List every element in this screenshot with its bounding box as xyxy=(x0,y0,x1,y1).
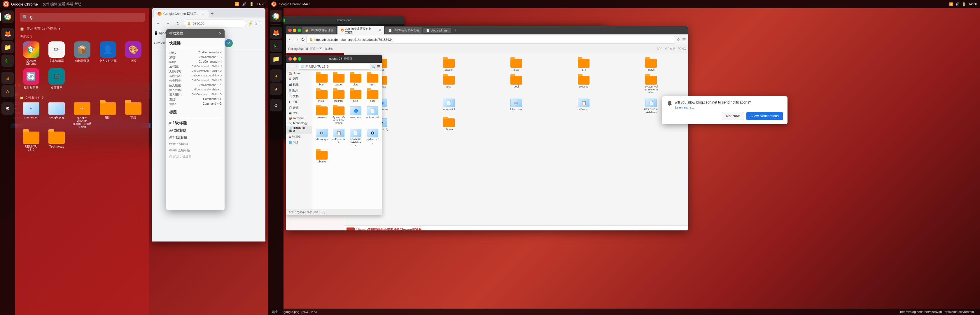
right-launcher-terminal[interactable]: $_ xyxy=(270,40,282,52)
fx-file-pool[interactable]: pool xyxy=(484,75,549,95)
fm-file-autorun-ico[interactable]: 🔷 autorun.ico xyxy=(348,105,363,126)
file-item-technology[interactable]: Technology xyxy=(46,132,68,151)
ubuntu-logo[interactable] xyxy=(3,1,10,7)
fm-nav-pictures[interactable]: 🖼 图片 xyxy=(286,88,312,93)
app-item-desktop[interactable]: 🖥 桌面共享 xyxy=(46,68,68,90)
fx-tab-4[interactable]: 📄 blog.csdn.net xyxy=(423,28,451,33)
fm-file-install[interactable]: install xyxy=(314,89,329,103)
fx-bm-getting-started[interactable]: Getting Started xyxy=(288,47,308,51)
back-button[interactable]: ← xyxy=(154,19,162,27)
chrome-tab-active[interactable]: Google Chrome 网络工... ✕ xyxy=(154,10,208,18)
user-avatar[interactable]: P xyxy=(224,39,233,47)
allow-notifications-button[interactable]: Allow Notifications xyxy=(746,112,783,120)
fx-bm-baidu[interactable]: 百度一下，你就知 xyxy=(310,47,333,51)
right-launcher-amazon1[interactable]: a xyxy=(270,69,282,82)
fm-nav-technology[interactable]: 🔧 Technology xyxy=(286,121,312,126)
fx-tab-3[interactable]: 📄 ubuntu五行命令安装 xyxy=(385,27,422,33)
fm-file-readme[interactable]: 📄 README.diskdefines xyxy=(348,127,363,148)
file-item-google-png-1[interactable]: G google.png xyxy=(20,102,43,129)
fx-file-sysvolinfo[interactable]: System Volume Information xyxy=(619,75,684,95)
fm-file-sysvolinfo[interactable]: System Volume Information xyxy=(331,105,346,126)
fm-address-bar[interactable]: 💿 图 UBUNTU 16_0 xyxy=(299,64,370,70)
launcher-icon-amazon2[interactable]: a xyxy=(2,85,14,97)
file-item-pics[interactable]: 图片 xyxy=(97,102,119,129)
fm-close-button[interactable] xyxy=(288,57,292,60)
address-bar[interactable]: 🔒 625/100 xyxy=(184,19,246,27)
fx-tab-close-2[interactable]: ✕ xyxy=(379,29,381,32)
fm-nav-software[interactable]: 📦 software xyxy=(286,116,312,121)
fm-min-button[interactable] xyxy=(293,57,297,60)
fx-file-casper[interactable]: casper xyxy=(416,58,481,72)
fm-file-boot[interactable]: boot xyxy=(314,73,329,87)
fm-nav-docs[interactable]: 📄 文档 xyxy=(286,93,312,99)
fm-nav-desktop[interactable]: 🖥 桌面 xyxy=(286,76,312,82)
app-item-archive[interactable]: 📦 归档管理器 xyxy=(71,41,94,65)
not-now-button[interactable]: Not Now xyxy=(722,112,744,120)
fm-nav-downloads[interactable]: ⬇ 下载 xyxy=(286,99,312,105)
launcher-icon-amazon[interactable]: a xyxy=(2,72,14,84)
app-item-appearance[interactable]: 🎨 外观 xyxy=(122,41,145,65)
notif-learn-more-link[interactable]: Learn more... xyxy=(675,106,694,109)
right-launcher-chrome[interactable] xyxy=(270,10,282,22)
right-launcher-firefox[interactable]: 🦊 xyxy=(270,27,282,39)
fx-file-autorun-inf[interactable]: 📄 autorun.inf xyxy=(416,97,481,115)
fx-file-pics[interactable]: pics xyxy=(416,75,481,95)
search-input[interactable] xyxy=(30,14,142,20)
fx-tab-1[interactable]: 📁 ubuntu文件管理器 xyxy=(302,27,336,33)
app-item-text[interactable]: ✏ 文本编辑器 xyxy=(46,41,68,65)
right-launcher-files[interactable]: 📁 xyxy=(270,53,282,65)
fx-address-bar[interactable]: 🔒 https://blog.csdn.net/chenyq91/article… xyxy=(307,36,675,43)
refresh-button[interactable]: ↻ xyxy=(174,19,182,27)
fx-file-preseed[interactable]: preseed xyxy=(551,75,616,95)
search-input-wrapper[interactable]: 🔍 xyxy=(20,13,145,22)
help-close-button[interactable]: ✕ xyxy=(219,32,222,36)
firefox-max[interactable] xyxy=(298,29,301,32)
file-item-ubuntu[interactable]: UBUNTU 16_0 xyxy=(20,132,43,151)
fm-forward-button[interactable]: → xyxy=(292,65,295,68)
app-item-personal[interactable]: 👤 个人文件共享 xyxy=(97,41,119,65)
fm-file-autorun-inf[interactable]: 📄 autorun.inf xyxy=(365,105,380,126)
fx-file-efi[interactable]: EFI xyxy=(551,58,616,72)
fx-file-dists[interactable]: dists xyxy=(484,58,549,72)
bookmark-apps[interactable]: 📱 Apps xyxy=(154,31,166,35)
fm-file-pics[interactable]: pics xyxy=(348,89,363,103)
fx-refresh[interactable]: ↻ xyxy=(301,37,305,42)
fm-file-md5sum[interactable]: 📋 md5sum.txt xyxy=(331,127,346,148)
fm-nav-video[interactable]: 📹 视频 xyxy=(286,82,312,88)
file-item-deb[interactable]: deb google-chrome-current_amd64.deb xyxy=(71,102,94,129)
launcher-icon-chrome[interactable] xyxy=(2,11,14,23)
chrome-tab-close[interactable]: ✕ xyxy=(201,12,205,16)
right-launcher-amazon2[interactable]: a xyxy=(270,83,282,95)
fm-nav-home[interactable]: 🏠 Home xyxy=(286,71,312,76)
launcher-icon-files[interactable]: 📁 xyxy=(2,41,14,53)
firefox-min[interactable] xyxy=(293,29,296,32)
fx-bookmark-star[interactable]: ☆ xyxy=(677,37,681,42)
launcher-icon-settings[interactable]: ⚙ xyxy=(2,102,14,115)
fm-file-ubuntu-folder[interactable]: ubuntu xyxy=(314,150,329,164)
fm-view-toggle[interactable]: ☰ xyxy=(377,65,380,69)
file-item-downloads[interactable]: 下载 xyxy=(122,102,145,129)
fx-file-install[interactable]: install xyxy=(619,58,684,72)
ubuntu-logo-right[interactable] xyxy=(271,2,277,7)
fm-nav-computer[interactable]: 🖥 计算机 xyxy=(286,134,312,140)
file-item-google-png-2[interactable]: G google.png xyxy=(46,102,68,129)
fm-file-dists[interactable]: dists xyxy=(348,73,363,87)
fm-nav-ubuntu[interactable]: 💿 UBUNTU 16_0 xyxy=(286,126,312,134)
fm-nav-music[interactable]: 🎵 音乐 xyxy=(286,105,312,111)
fm-file-syslinux[interactable]: ⚙ syslinux.cfg xyxy=(365,127,380,148)
fx-file-md5sum[interactable]: 📋 md5sum.txt xyxy=(551,97,616,115)
fm-file-efi[interactable]: EFI xyxy=(365,73,380,87)
app-item-software[interactable]: 🔄 软件和更新 xyxy=(20,68,43,90)
fx-back[interactable]: ← xyxy=(288,37,293,42)
fm-max-button[interactable] xyxy=(298,57,301,60)
fm-file-casper[interactable]: casper xyxy=(331,73,346,87)
fm-file-pool[interactable]: pool xyxy=(365,89,380,103)
firefox-close[interactable] xyxy=(288,29,292,32)
launcher-icon-terminal[interactable]: $_ xyxy=(2,54,14,67)
fm-file-isolinux[interactable]: isolinux xyxy=(331,89,346,103)
fm-search-icon[interactable]: 🔍 xyxy=(371,65,375,69)
fx-forward[interactable]: → xyxy=(294,37,299,42)
app-item-chrome[interactable]: Google Chrome xyxy=(20,41,43,65)
new-tab-button[interactable]: + xyxy=(209,10,215,18)
fm-back-button[interactable]: ← xyxy=(288,65,291,68)
